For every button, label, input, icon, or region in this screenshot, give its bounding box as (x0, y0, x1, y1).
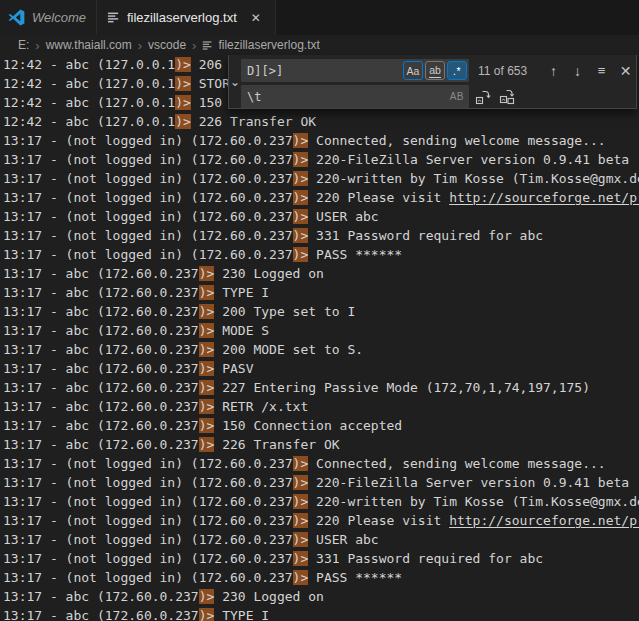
log-line: 13:17 - (not logged in) (172.60.0.237)> … (3, 511, 639, 530)
vscode-window: Welcome filezillaserverlog.txt ✕ E: › ww… (0, 0, 639, 621)
log-line: 13:17 - abc (172.60.0.237)> 230 Logged o… (3, 587, 639, 606)
chevron-right-icon: › (30, 39, 44, 52)
find-match-highlight: )> (293, 475, 309, 490)
log-line: 13:17 - abc (172.60.0.237)> 227 Entering… (3, 378, 639, 397)
log-line-prefix: 13:17 - abc (172.60.0.237 (3, 285, 199, 300)
log-line: 13:17 - abc (172.60.0.237)> 200 Type set… (3, 302, 639, 321)
log-line-prefix: 12:42 - abc (127.0.0.1 (3, 95, 175, 110)
replace-input[interactable]: \t AB (241, 85, 469, 108)
tab-close-icon[interactable]: ✕ (247, 9, 265, 27)
log-line-text: Connected, sending welcome message... (308, 456, 605, 471)
whole-word-toggle[interactable]: ab (425, 61, 445, 80)
log-line-text: 150 (191, 95, 222, 110)
tab-active-file[interactable]: filezillaserverlog.txt ✕ (97, 0, 276, 35)
log-line: 13:17 - abc (172.60.0.237)> TYPE I (3, 283, 639, 302)
log-line-text: 150 Connection accepted (214, 418, 402, 433)
log-line-text: 220-written by Tim Kosse (Tim.Kosse@gmx.… (308, 494, 639, 509)
match-count: 11 of 653 (478, 64, 540, 78)
log-line-prefix: 13:17 - abc (172.60.0.237 (3, 380, 199, 395)
log-line-text: 220 Please visit (308, 190, 449, 205)
log-line-text: 226 Transfer OK (214, 437, 339, 452)
find-match-highlight: )> (293, 570, 309, 585)
regex-toggle[interactable]: .* (447, 61, 467, 80)
breadcrumb-file[interactable]: filezillaserverlog.txt (201, 38, 320, 52)
log-line-text: TYPE I (214, 285, 269, 300)
log-line-prefix: 13:17 - abc (172.60.0.237 (3, 437, 199, 452)
vscode-logo-icon (8, 9, 25, 26)
replace-all-button[interactable] (496, 86, 517, 107)
find-match-highlight: )> (199, 266, 215, 281)
log-line-prefix: 13:17 - (not logged in) (172.60.0.237 (3, 152, 293, 167)
log-line-prefix: 13:17 - (not logged in) (172.60.0.237 (3, 228, 293, 243)
log-line-prefix: 12:42 - abc (127.0.0.1 (3, 76, 175, 91)
log-line: 13:17 - abc (172.60.0.237)> TYPE I (3, 606, 639, 621)
log-line-text: 200 MODE set to S. (214, 342, 363, 357)
breadcrumb-folder-vscode[interactable]: vscode (147, 38, 187, 52)
log-line: 13:17 - (not logged in) (172.60.0.237)> … (3, 245, 639, 264)
log-line-text: PASV (214, 361, 253, 376)
find-input-value: D][>] (247, 64, 401, 78)
find-input[interactable]: D][>] Aa ab .* (241, 59, 469, 82)
log-line-text: 331 Password required for abc (308, 228, 543, 243)
log-line-text: 331 Password required for abc (308, 551, 543, 566)
url-link[interactable]: http://sourceforge.net/pro (449, 190, 639, 205)
log-line-text: USER abc (308, 532, 378, 547)
log-line-prefix: 13:17 - (not logged in) (172.60.0.237 (3, 190, 293, 205)
toggle-replace-chevron-icon[interactable]: ⌄ (229, 55, 241, 108)
log-line-text: 220-written by Tim Kosse (Tim.Kosse@gmx.… (308, 171, 639, 186)
editor-content[interactable]: 12:42 - abc (127.0.0.1)> 20612:42 - abc … (0, 55, 639, 621)
log-line: 13:17 - (not logged in) (172.60.0.237)> … (3, 169, 639, 188)
log-line: 13:17 - (not logged in) (172.60.0.237)> … (3, 492, 639, 511)
log-line: 13:17 - (not logged in) (172.60.0.237)> … (3, 454, 639, 473)
log-line-text: Connected, sending welcome message... (308, 133, 605, 148)
chevron-right-icon: › (133, 39, 147, 52)
text-file-icon (107, 11, 120, 24)
log-line-prefix: 13:17 - (not logged in) (172.60.0.237 (3, 551, 293, 566)
find-match-highlight: )> (199, 608, 215, 621)
match-case-toggle[interactable]: Aa (403, 61, 423, 80)
find-match-highlight: )> (199, 323, 215, 338)
log-line: 13:17 - abc (172.60.0.237)> PASV (3, 359, 639, 378)
find-match-highlight: )> (175, 114, 191, 129)
find-row: D][>] Aa ab .* 11 of 653 ↑ ↓ ≡ ✕ (241, 59, 636, 82)
log-line-prefix: 13:17 - (not logged in) (172.60.0.237 (3, 247, 293, 262)
log-line: 13:17 - abc (172.60.0.237)> 230 Logged o… (3, 264, 639, 283)
log-line-prefix: 13:17 - abc (172.60.0.237 (3, 418, 199, 433)
find-match-highlight: )> (293, 532, 309, 547)
log-line: 13:17 - (not logged in) (172.60.0.237)> … (3, 188, 639, 207)
find-match-highlight: )> (293, 171, 309, 186)
log-line-prefix: 13:17 - (not logged in) (172.60.0.237 (3, 570, 293, 585)
find-widget: ⌄ D][>] Aa ab .* 11 of 653 ↑ ↓ ≡ ✕ \t (228, 55, 637, 109)
find-match-highlight: )> (175, 57, 191, 72)
log-line-prefix: 13:17 - (not logged in) (172.60.0.237 (3, 456, 293, 471)
replace-row: \t AB (241, 85, 636, 108)
log-line-text: 220-FileZilla Server version 0.9.41 beta (308, 152, 629, 167)
log-line: 13:17 - abc (172.60.0.237)> 150 Connecti… (3, 416, 639, 435)
log-line-prefix: 13:17 - abc (172.60.0.237 (3, 589, 199, 604)
breadcrumb-drive[interactable]: E: (17, 38, 30, 52)
log-line-prefix: 12:42 - abc (127.0.0.1 (3, 57, 175, 72)
find-match-highlight: )> (199, 437, 215, 452)
breadcrumb-file-label: filezillaserverlog.txt (218, 38, 319, 52)
log-line-prefix: 13:17 - (not logged in) (172.60.0.237 (3, 171, 293, 186)
close-find-widget-button[interactable]: ✕ (615, 60, 636, 81)
log-line-prefix: 13:17 - abc (172.60.0.237 (3, 608, 199, 621)
previous-match-button[interactable]: ↑ (543, 60, 564, 81)
find-match-highlight: )> (293, 228, 309, 243)
log-line-prefix: 13:17 - (not logged in) (172.60.0.237 (3, 513, 293, 528)
url-link[interactable]: http://sourceforge.net/pro (449, 513, 639, 528)
find-match-highlight: )> (293, 247, 309, 262)
find-in-selection-button[interactable]: ≡ (591, 60, 612, 81)
breadcrumb-folder-www[interactable]: www.thaiall.com (45, 38, 133, 52)
log-line-prefix: 13:17 - abc (172.60.0.237 (3, 266, 199, 281)
find-match-highlight: )> (199, 380, 215, 395)
find-match-highlight: )> (175, 76, 191, 91)
replace-button[interactable] (472, 86, 493, 107)
log-line: 13:17 - (not logged in) (172.60.0.237)> … (3, 150, 639, 169)
next-match-button[interactable]: ↓ (567, 60, 588, 81)
log-line-prefix: 12:42 - abc (127.0.0.1 (3, 114, 175, 129)
find-match-highlight: )> (175, 95, 191, 110)
tab-welcome[interactable]: Welcome (0, 0, 97, 35)
preserve-case-toggle[interactable]: AB (447, 91, 467, 102)
log-line-prefix: 13:17 - abc (172.60.0.237 (3, 361, 199, 376)
